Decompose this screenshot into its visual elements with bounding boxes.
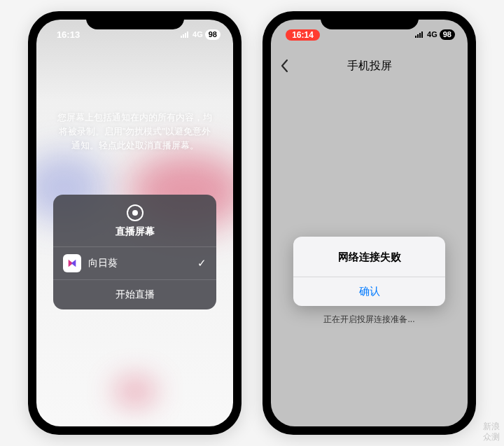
status-right: 4G 98 — [415, 29, 455, 40]
checkmark-icon: ✓ — [197, 257, 206, 270]
start-broadcast-button[interactable]: 开始直播 — [53, 280, 216, 309]
status-time: 16:14 — [284, 29, 322, 40]
alert-confirm-button[interactable]: 确认 — [293, 277, 445, 306]
svg-rect-6 — [419, 33, 421, 38]
status-network: 4G — [427, 30, 438, 39]
signal-icon — [181, 31, 190, 38]
watermark: 新浪 众测 — [483, 421, 500, 442]
battery-pill: 98 — [205, 29, 220, 40]
error-alert: 网络连接失败 确认 — [293, 237, 445, 306]
screen-right: 16:14 4G 98 手机投屏 正在开启投屏连接准备... 网络连接失败 确认 — [271, 20, 468, 426]
svg-rect-4 — [415, 36, 416, 38]
broadcast-sheet: 直播屏幕 向日葵 ✓ 开始直播 — [53, 195, 216, 309]
status-right: 4G 98 — [181, 29, 220, 40]
sheet-title: 直播屏幕 — [115, 225, 155, 238]
svg-rect-2 — [185, 33, 186, 38]
alert-title: 网络连接失败 — [293, 237, 445, 277]
recording-time-pill[interactable]: 16:14 — [286, 29, 320, 41]
notch — [86, 11, 184, 29]
watermark-line1: 新浪 — [483, 421, 500, 431]
phone-right: 16:14 4G 98 手机投屏 正在开启投屏连接准备... 网络连接失败 确认 — [262, 11, 476, 435]
watermark-line2: 众测 — [483, 432, 500, 442]
modal-dimmer — [271, 20, 468, 426]
notch — [321, 11, 419, 29]
status-time: 16:13 — [49, 29, 88, 40]
svg-rect-5 — [417, 34, 419, 38]
broadcast-target-row[interactable]: 向日葵 ✓ — [53, 247, 216, 280]
app-name: 向日葵 — [88, 257, 190, 270]
svg-rect-7 — [421, 32, 423, 38]
svg-rect-0 — [181, 36, 182, 38]
loading-status-text: 正在开启投屏连接准备... — [271, 314, 468, 326]
sheet-header: 直播屏幕 — [53, 195, 216, 247]
battery-pill: 98 — [440, 29, 455, 40]
phone-left: 16:13 4G 98 您屏幕上包括通知在内的所有内容，均将被录制。启用"勿扰模… — [28, 11, 241, 435]
record-icon — [127, 204, 144, 221]
recording-instruction-text[interactable]: 您屏幕上包括通知在内的所有内容，均将被录制。启用"勿扰模式"以避免意外通知。轻点… — [36, 111, 233, 153]
signal-icon — [415, 31, 425, 38]
svg-rect-3 — [187, 32, 188, 38]
sunflower-app-icon — [63, 254, 81, 272]
svg-rect-1 — [183, 34, 184, 38]
status-network: 4G — [192, 30, 203, 39]
screen-left: 16:13 4G 98 您屏幕上包括通知在内的所有内容，均将被录制。启用"勿扰模… — [36, 20, 233, 426]
